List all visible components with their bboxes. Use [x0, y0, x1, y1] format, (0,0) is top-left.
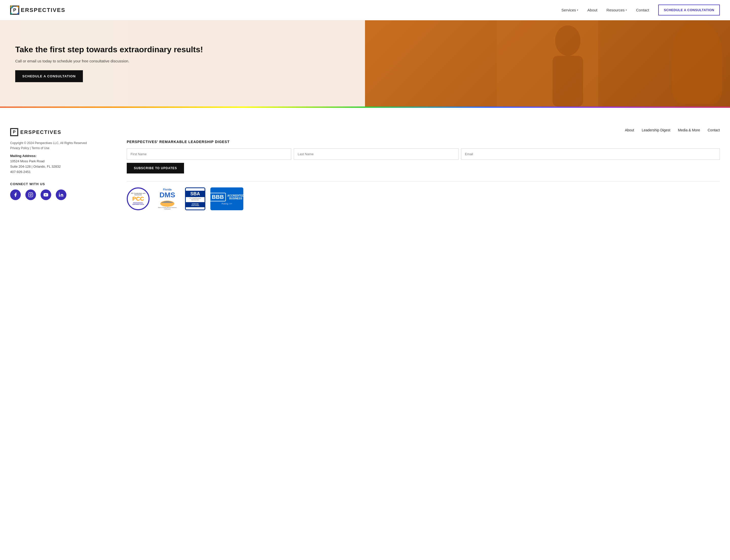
- youtube-icon[interactable]: [41, 189, 51, 200]
- logo-icon: P: [10, 6, 19, 15]
- footer-policy-links: Privacy Policy | Terms of Use: [10, 146, 117, 150]
- svg-point-13: [32, 194, 32, 194]
- bbb-badge-logo: BBB: [210, 193, 226, 201]
- bbb-badge-label2: BUSINESS: [227, 197, 244, 200]
- svg-point-7: [555, 25, 580, 56]
- svg-rect-8: [552, 56, 583, 107]
- svg-marker-2: [11, 6, 13, 8]
- bbb-badge-rating: Rating: A+: [222, 202, 232, 205]
- footer-nav: About Leadership Digest Media & More Con…: [127, 128, 720, 132]
- address-line2: Suite 204-128 | Orlando, FL 32832: [10, 165, 61, 168]
- schedule-consultation-button[interactable]: SCHEDULE A CONSULTATION: [658, 5, 720, 15]
- phone[interactable]: 407-926-2451: [10, 170, 31, 174]
- newsletter-title: PERSPECTIVES' REMARKABLE LEADERSHIP DIGE…: [127, 140, 720, 144]
- nav-contact[interactable]: Contact: [636, 8, 649, 12]
- hero-cta-button[interactable]: SCHEDULE A CONSULTATION: [15, 70, 83, 82]
- header: P ERSPECTIVES Services ▾ About Resources…: [0, 0, 730, 20]
- last-name-input[interactable]: [294, 148, 458, 160]
- subscribe-button[interactable]: SUBSCRIBE TO UPDATES: [127, 163, 184, 173]
- main-nav: Services ▾ About Resources ▾ Contact SCH…: [561, 5, 720, 15]
- dms-badge: Florida DMS State of Florida Woman Busin…: [155, 187, 180, 210]
- hero-person-image: [365, 20, 730, 107]
- footer-logo-text: ERSPECTIVES: [20, 129, 61, 135]
- svg-rect-15: [59, 194, 60, 197]
- facebook-icon[interactable]: [10, 189, 21, 200]
- social-icons-row: [10, 189, 117, 200]
- dms-badge-subtitle: State of Florida Woman Business Certific…: [155, 207, 180, 210]
- footer-copyright: Copyright © 2024 Perspectives LLC, All R…: [10, 141, 117, 145]
- pcc-badge: ICF Credentials and Standards PCC PROFES…: [127, 187, 150, 210]
- svg-point-16: [59, 193, 60, 194]
- linkedin-icon[interactable]: [56, 189, 66, 200]
- pcc-badge-subtitle: PROFESSIONALCERTIFIED COACH: [132, 202, 144, 205]
- sba-badge: SBA U.S. Small Business Administration E…: [185, 187, 205, 210]
- svg-text:P: P: [13, 8, 16, 13]
- resources-chevron-icon: ▾: [626, 9, 627, 11]
- footer-divider: [127, 181, 720, 181]
- footer-grid: P ERSPECTIVES Copyright © 2024 Perspecti…: [10, 128, 720, 210]
- dms-badge-top: Florida: [163, 188, 171, 191]
- svg-point-12: [30, 194, 32, 196]
- nav-resources[interactable]: Resources ▾: [607, 8, 627, 12]
- footer-nav-contact[interactable]: Contact: [708, 128, 720, 132]
- instagram-icon[interactable]: [25, 189, 36, 200]
- hero-section: Take the first step towards extraordinar…: [0, 20, 730, 107]
- connect-title: CONNECT WITH US: [10, 182, 117, 186]
- nav-services[interactable]: Services ▾: [561, 8, 578, 12]
- mailing-address-label: Mailing Address:: [10, 154, 117, 158]
- logo-text: ERSPECTIVES: [21, 7, 65, 13]
- footer-address: 10524 Moss Park Road Suite 204-128 | Orl…: [10, 159, 117, 174]
- email-input[interactable]: [461, 148, 720, 160]
- terms-link[interactable]: Terms of Use: [31, 146, 49, 150]
- footer: P ERSPECTIVES Copyright © 2024 Perspecti…: [0, 115, 730, 220]
- newsletter-section: PERSPECTIVES' REMARKABLE LEADERSHIP DIGE…: [127, 140, 720, 173]
- hero-title: Take the first step towards extraordinar…: [15, 45, 423, 54]
- privacy-policy-link[interactable]: Privacy Policy: [10, 146, 29, 150]
- sba-badge-label: SBA: [186, 191, 205, 197]
- footer-nav-media[interactable]: Media & More: [678, 128, 700, 132]
- footer-logo[interactable]: P ERSPECTIVES: [10, 128, 117, 136]
- pcc-badge-label: PCC: [132, 196, 144, 202]
- newsletter-form-row: [127, 148, 720, 160]
- bbb-badge-label: ACCREDITED: [227, 194, 244, 197]
- dms-badge-label: DMS: [160, 191, 175, 199]
- nav-about[interactable]: About: [587, 8, 597, 12]
- hero-subtitle: Call or email us today to schedule your …: [15, 59, 423, 63]
- services-chevron-icon: ▾: [577, 9, 578, 11]
- svg-text:P: P: [13, 130, 16, 134]
- address-line1: 10524 Moss Park Road: [10, 159, 45, 163]
- sba-badge-certified: EDWOSBCERTIFIED: [186, 202, 205, 207]
- footer-nav-about[interactable]: About: [625, 128, 634, 132]
- footer-logo-icon: P: [10, 128, 18, 136]
- logo[interactable]: P ERSPECTIVES: [10, 6, 65, 15]
- first-name-input[interactable]: [127, 148, 291, 160]
- bbb-badge: BBB ACCREDITED BUSINESS Rating: A+: [210, 187, 243, 210]
- certification-badges: ICF Credentials and Standards PCC PROFES…: [127, 187, 720, 210]
- svg-rect-11: [29, 193, 33, 197]
- footer-left: P ERSPECTIVES Copyright © 2024 Perspecti…: [10, 128, 117, 210]
- footer-right: About Leadership Digest Media & More Con…: [127, 128, 720, 210]
- sba-badge-desc: U.S. Small Business Administration: [186, 197, 205, 201]
- pcc-badge-top: ICF Credentials and Standards: [128, 193, 149, 196]
- footer-nav-leadership-digest[interactable]: Leadership Digest: [642, 128, 670, 132]
